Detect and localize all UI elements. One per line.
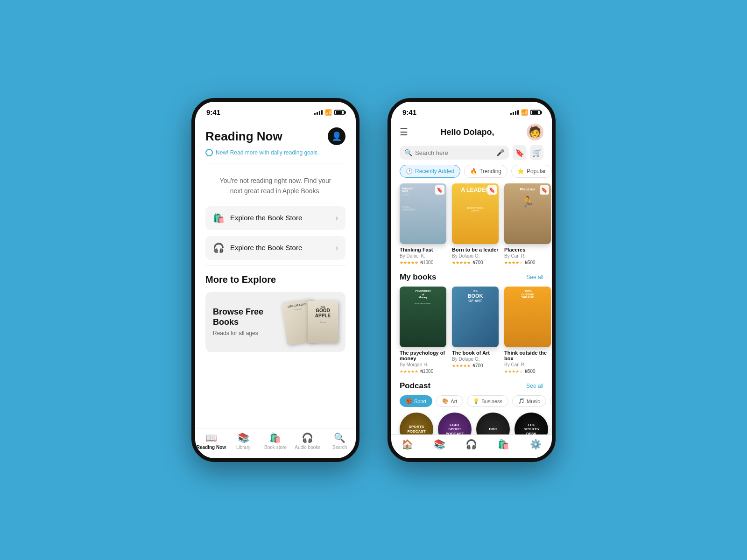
nav-home[interactable]: 🏠 bbox=[391, 439, 423, 450]
podcast-text-2: LGBTSPORTPODCAST bbox=[444, 421, 465, 434]
left-phone: 9:41 📶 Reading Now 👤 New! Read m bbox=[191, 98, 359, 462]
price-psychology: ₦1000 bbox=[420, 369, 433, 374]
popular-label: Popular bbox=[527, 168, 546, 175]
nav-search[interactable]: 🔍 Search bbox=[324, 432, 356, 450]
book-card-think[interactable]: THINK OUTSIDE THE BOX Think outside the … bbox=[504, 287, 551, 374]
stars-art: ★★★★★ bbox=[452, 364, 471, 368]
podcast-filter-sport[interactable]: 🏀 Sport bbox=[400, 395, 432, 407]
arrow-icon-2: › bbox=[336, 244, 338, 252]
explore-bookstore-btn-1[interactable]: 🛍️ Explore the Book Store › bbox=[205, 206, 345, 230]
music-label: Music bbox=[527, 399, 540, 404]
time-right: 9:41 bbox=[402, 108, 416, 116]
book-card-placeres[interactable]: 🔖 Placeres 🏃 Placeres By Carl R. ★★★★☆ ₦… bbox=[504, 183, 551, 265]
price-thinking: ₦1000 bbox=[420, 260, 433, 265]
my-books-see-all[interactable]: See all bbox=[526, 274, 543, 280]
podcast-sports3[interactable]: THESPORTSDESK bbox=[514, 413, 548, 434]
podcast-header: Podcast See all bbox=[391, 381, 552, 395]
featured-books-scroll: 🔖 THINKING FAST & FLOW DANIEL KAHNEMAN T… bbox=[391, 183, 552, 273]
podcast-sports1[interactable]: SPORTSPODCAST bbox=[400, 413, 433, 434]
browse-free-books-card[interactable]: Browse Free Books Reads for all ages LIF… bbox=[205, 292, 345, 352]
book-card-art[interactable]: THE BOOK OF ART The book of Art By Dolap… bbox=[452, 287, 499, 374]
book-price-row-psychology: ★★★★★ ₦1000 bbox=[400, 369, 446, 374]
nav-audiobooks[interactable]: 🎧 Audio books bbox=[291, 432, 324, 450]
explore-header: ☰ Hello Dolapo, 🧑 bbox=[391, 119, 552, 145]
arrow-icon-1: › bbox=[336, 214, 338, 222]
search-magnify-icon: 🔍 bbox=[404, 149, 412, 156]
bottom-nav-left: 📖 Reading Now 📚 Library 🛍️ Book store 🎧 … bbox=[195, 428, 356, 458]
filter-trending[interactable]: 🔥 Trending bbox=[464, 165, 507, 178]
bookmark-badge-1: 🔖 bbox=[435, 185, 444, 195]
divider-1 bbox=[205, 163, 345, 163]
reading-header: Reading Now 👤 bbox=[195, 119, 356, 149]
book-name-think: Think outside the box bbox=[504, 350, 551, 361]
bookmark-badge-3: 🔖 bbox=[540, 185, 549, 195]
bookstore-label: Book store bbox=[264, 445, 287, 450]
podcast-filter-fitness[interactable]: 🏋️ Fitness bbox=[550, 395, 552, 407]
audiobooks-label: Audio books bbox=[295, 445, 320, 450]
book-card-thinking[interactable]: 🔖 THINKING FAST & FLOW DANIEL KAHNEMAN T… bbox=[400, 183, 446, 265]
my-books-title: My books bbox=[400, 273, 436, 282]
explore-btn-text-2: Explore the Book Store bbox=[230, 244, 302, 252]
stars-leader: ★★★★★ bbox=[452, 260, 471, 265]
reading-now-label: Reading Now bbox=[197, 445, 226, 450]
book-card-leader[interactable]: 🔖 A LEADER BORN TO BE A LEADER Born to b… bbox=[452, 183, 499, 265]
podcast-bbc1[interactable]: BBC bbox=[476, 413, 510, 434]
recently-added-icon: 🕐 bbox=[406, 168, 413, 175]
hamburger-menu[interactable]: ☰ bbox=[400, 126, 408, 138]
explore-btn-left-1: 🛍️ Explore the Book Store bbox=[213, 212, 302, 224]
nav-library-r[interactable]: 📚 bbox=[423, 439, 456, 450]
search-input[interactable] bbox=[415, 149, 493, 156]
book-name-thinking: Thinking Fast bbox=[400, 247, 446, 252]
nav-library[interactable]: 📚 Library bbox=[227, 432, 260, 450]
bookmark-btn[interactable]: 🔖 bbox=[513, 145, 526, 160]
podcast-filter-art[interactable]: 🎨 Art bbox=[436, 395, 463, 407]
promo-circle-icon bbox=[205, 149, 213, 156]
podcast-see-all[interactable]: See all bbox=[526, 383, 543, 389]
store-icon-1: 🛍️ bbox=[213, 212, 225, 224]
battery-icon bbox=[334, 110, 345, 115]
nav-reading-now[interactable]: 📖 Reading Now bbox=[195, 432, 227, 450]
greeting: Hello Dolapo, bbox=[440, 127, 494, 137]
reading-now-icon: 📖 bbox=[205, 432, 217, 443]
explore-btn-text-1: Explore the Book Store bbox=[230, 214, 302, 222]
explore-bookstore-btn-2[interactable]: 🎧 Explore the Book Store › bbox=[205, 236, 345, 260]
book-card-psychology[interactable]: Psychology of Money MORGAN HOUSEL The ps… bbox=[400, 287, 446, 374]
nav-bookstore[interactable]: 🛍️ Book store bbox=[260, 432, 292, 450]
audiobooks-icon: 🎧 bbox=[302, 432, 313, 443]
library-label: Library bbox=[236, 445, 251, 450]
cart-btn[interactable]: 🛒 bbox=[530, 145, 543, 160]
podcast-sports2[interactable]: LGBTSPORTPODCAST bbox=[438, 413, 472, 434]
user-avatar[interactable]: 🧑 bbox=[527, 124, 543, 140]
more-title: More to Explore bbox=[205, 274, 345, 285]
search-input-wrap[interactable]: 🔍 🎤 bbox=[400, 146, 509, 160]
wifi-icon: 📶 bbox=[325, 109, 332, 116]
book-author-leader: By Dolapo O. bbox=[452, 253, 499, 259]
filter-popular[interactable]: ⭐ Popular bbox=[511, 165, 552, 178]
bookstore-icon: 🛍️ bbox=[269, 432, 281, 443]
book-price-row-thinking: ★★★★★ ₦1000 bbox=[400, 260, 446, 265]
nav-audio-r[interactable]: 🎧 bbox=[456, 439, 488, 450]
podcast-filter-business[interactable]: 💡 Business bbox=[467, 395, 508, 407]
library-icon-r: 📚 bbox=[434, 439, 445, 450]
nav-settings-r[interactable]: ⚙️ bbox=[520, 439, 552, 450]
promo-text[interactable]: New! Read more with daily reading goals. bbox=[216, 149, 319, 156]
search-label: Search bbox=[332, 445, 347, 450]
podcasts-scroll: SPORTSPODCAST LGBTSPORTPODCAST BBC THESP… bbox=[391, 413, 552, 434]
podcast-title: Podcast bbox=[400, 381, 430, 391]
trending-label: Trending bbox=[479, 168, 501, 175]
left-content: Reading Now 👤 New! Read more with daily … bbox=[195, 119, 356, 428]
art-label: Art bbox=[451, 399, 457, 404]
avatar-icon: 👤 bbox=[331, 131, 342, 141]
sport-label: Sport bbox=[414, 399, 426, 404]
nav-store-r[interactable]: 🛍️ bbox=[487, 439, 520, 450]
price-placeres: ₦500 bbox=[525, 260, 536, 265]
book-cover-placeres: 🔖 Placeres 🏃 bbox=[504, 183, 551, 244]
avatar[interactable]: 👤 bbox=[328, 127, 345, 145]
sport-icon: 🏀 bbox=[406, 398, 412, 404]
music-icon: 🎵 bbox=[518, 398, 525, 404]
filter-recently-added[interactable]: 🕐 Recently Added bbox=[400, 165, 460, 178]
mic-icon[interactable]: 🎤 bbox=[496, 149, 504, 156]
browse-card-text: Browse Free Books Reads for all ages bbox=[213, 307, 284, 336]
podcast-text-4: THESPORTSDESK bbox=[522, 421, 541, 434]
podcast-filter-music[interactable]: 🎵 Music bbox=[512, 395, 546, 407]
